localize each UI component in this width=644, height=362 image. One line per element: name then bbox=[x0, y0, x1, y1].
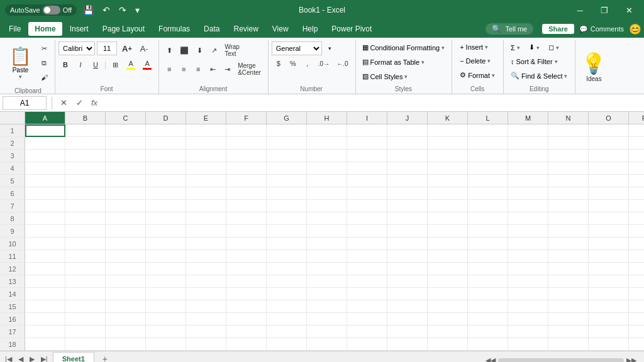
cell-M18[interactable] bbox=[508, 338, 548, 351]
cell-C13[interactable] bbox=[106, 275, 146, 288]
confirm-formula-button[interactable]: ✓ bbox=[73, 97, 86, 109]
col-header-f[interactable]: F bbox=[226, 112, 267, 124]
cell-C10[interactable] bbox=[106, 238, 146, 250]
cell-N7[interactable] bbox=[548, 200, 589, 212]
cell-C7[interactable] bbox=[106, 200, 146, 212]
cell-N4[interactable] bbox=[548, 162, 589, 175]
name-box[interactable] bbox=[3, 96, 47, 110]
row-num-15[interactable]: 15 bbox=[0, 300, 25, 313]
cell-D11[interactable] bbox=[146, 250, 186, 263]
cell-F1[interactable] bbox=[226, 124, 267, 137]
cell-C3[interactable] bbox=[106, 150, 146, 162]
cell-K7[interactable] bbox=[428, 200, 468, 212]
cell-N18[interactable] bbox=[548, 338, 589, 351]
cell-E17[interactable] bbox=[186, 326, 226, 338]
cell-E7[interactable] bbox=[186, 200, 226, 212]
cell-M4[interactable] bbox=[508, 162, 548, 175]
cell-B18[interactable] bbox=[65, 338, 106, 351]
cell-B1[interactable] bbox=[65, 124, 106, 137]
cell-P1[interactable] bbox=[629, 124, 644, 137]
col-header-p[interactable]: P bbox=[629, 112, 644, 124]
cell-F15[interactable] bbox=[226, 300, 267, 313]
cell-G14[interactable] bbox=[267, 288, 307, 300]
cell-G8[interactable] bbox=[267, 212, 307, 225]
cell-N9[interactable] bbox=[548, 225, 589, 238]
indent-button[interactable]: ⇥ bbox=[220, 60, 234, 78]
cell-B10[interactable] bbox=[65, 238, 106, 250]
add-sheet-button[interactable]: + bbox=[98, 353, 112, 362]
col-header-n[interactable]: N bbox=[548, 112, 589, 124]
cell-H16[interactable] bbox=[307, 313, 347, 326]
row-num-11[interactable]: 11 bbox=[0, 250, 25, 263]
cell-M7[interactable] bbox=[508, 200, 548, 212]
cancel-formula-button[interactable]: ✕ bbox=[57, 97, 70, 109]
cell-K5[interactable] bbox=[428, 175, 468, 187]
cell-D16[interactable] bbox=[146, 313, 186, 326]
col-header-h[interactable]: H bbox=[307, 112, 347, 124]
autosave-badge[interactable]: AutoSave Off bbox=[5, 4, 77, 16]
cell-J9[interactable] bbox=[387, 225, 428, 238]
cell-L3[interactable] bbox=[468, 150, 508, 162]
row-num-4[interactable]: 4 bbox=[0, 162, 25, 175]
row-num-10[interactable]: 10 bbox=[0, 238, 25, 250]
cell-G1[interactable] bbox=[267, 124, 307, 137]
cell-D9[interactable] bbox=[146, 225, 186, 238]
format-button[interactable]: ⚙ Format ▾ bbox=[455, 69, 499, 81]
cell-P3[interactable] bbox=[629, 150, 644, 162]
cell-I14[interactable] bbox=[347, 288, 387, 300]
sheet-tab-1[interactable]: Sheet1 bbox=[53, 352, 94, 362]
row-num-12[interactable]: 12 bbox=[0, 263, 25, 275]
cell-O11[interactable] bbox=[589, 250, 629, 263]
cell-B13[interactable] bbox=[65, 275, 106, 288]
menu-file[interactable]: File bbox=[3, 22, 27, 36]
cell-D4[interactable] bbox=[146, 162, 186, 175]
undo-icon[interactable]: ↶ bbox=[100, 4, 113, 16]
paste-button[interactable]: 📋 Paste ▾ bbox=[5, 41, 36, 84]
cell-K14[interactable] bbox=[428, 288, 468, 300]
cell-N14[interactable] bbox=[548, 288, 589, 300]
cell-G11[interactable] bbox=[267, 250, 307, 263]
cell-D2[interactable] bbox=[146, 137, 186, 150]
cell-N17[interactable] bbox=[548, 326, 589, 338]
cell-D5[interactable] bbox=[146, 175, 186, 187]
cell-J3[interactable] bbox=[387, 150, 428, 162]
cell-M13[interactable] bbox=[508, 275, 548, 288]
borders-button[interactable]: ⊞ bbox=[108, 58, 122, 72]
cell-J17[interactable] bbox=[387, 326, 428, 338]
cell-I8[interactable] bbox=[347, 212, 387, 225]
cell-C11[interactable] bbox=[106, 250, 146, 263]
share-button[interactable]: Share bbox=[542, 24, 574, 34]
row-num-3[interactable]: 3 bbox=[0, 150, 25, 162]
cell-D6[interactable] bbox=[146, 187, 186, 200]
cell-G15[interactable] bbox=[267, 300, 307, 313]
menu-power-pivot[interactable]: Power Pivot bbox=[325, 22, 378, 36]
cell-C18[interactable] bbox=[106, 338, 146, 351]
cell-G5[interactable] bbox=[267, 175, 307, 187]
cell-B8[interactable] bbox=[65, 212, 106, 225]
cell-L1[interactable] bbox=[468, 124, 508, 137]
col-header-c[interactable]: C bbox=[106, 112, 146, 124]
fill-button[interactable]: ⬇ ▾ bbox=[525, 41, 543, 53]
format-painter-button[interactable]: 🖌 bbox=[37, 70, 51, 84]
cell-K15[interactable] bbox=[428, 300, 468, 313]
cell-D3[interactable] bbox=[146, 150, 186, 162]
cell-I18[interactable] bbox=[347, 338, 387, 351]
decrease-decimal-button[interactable]: ←.0 bbox=[333, 57, 351, 70]
cell-styles-button[interactable]: ▧ Cell Styles ▾ bbox=[359, 70, 448, 82]
col-header-m[interactable]: M bbox=[508, 112, 548, 124]
row-num-17[interactable]: 17 bbox=[0, 326, 25, 338]
cell-M15[interactable] bbox=[508, 300, 548, 313]
delete-button[interactable]: − Delete ▾ bbox=[455, 55, 499, 67]
align-center-button[interactable]: ≡ bbox=[177, 60, 191, 78]
cell-H13[interactable] bbox=[307, 275, 347, 288]
cell-K1[interactable] bbox=[428, 124, 468, 137]
menu-data[interactable]: Data bbox=[197, 22, 226, 36]
cell-H3[interactable] bbox=[307, 150, 347, 162]
cell-F8[interactable] bbox=[226, 212, 267, 225]
cell-G6[interactable] bbox=[267, 187, 307, 200]
cell-D15[interactable] bbox=[146, 300, 186, 313]
cell-A10[interactable] bbox=[25, 238, 65, 250]
cell-N11[interactable] bbox=[548, 250, 589, 263]
decrease-font-button[interactable]: A- bbox=[137, 41, 151, 55]
cell-E6[interactable] bbox=[186, 187, 226, 200]
